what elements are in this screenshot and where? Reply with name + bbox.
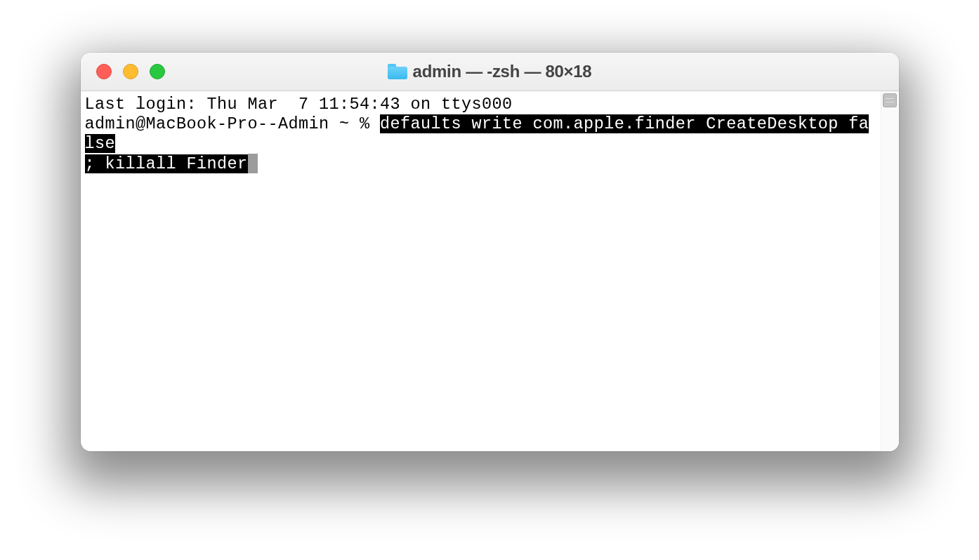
- prompt: admin@MacBook-Pro--Admin ~ %: [85, 114, 381, 133]
- terminal-body: Last login: Thu Mar 7 11:54:43 on ttys00…: [81, 91, 899, 451]
- traffic-lights: [96, 64, 165, 79]
- prompt-line: admin@MacBook-Pro--Admin ~ % defaults wr…: [85, 114, 876, 154]
- minimize-icon[interactable]: [123, 64, 138, 79]
- cursor: [248, 154, 258, 173]
- folder-icon: [388, 64, 407, 79]
- last-login-line: Last login: Thu Mar 7 11:54:43 on ttys00…: [85, 95, 876, 114]
- command-line-2: ; killall Finder: [85, 154, 876, 174]
- command-selected-2: ; killall Finder: [85, 154, 248, 173]
- maximize-icon[interactable]: [150, 64, 165, 79]
- window-titlebar[interactable]: admin — -zsh — 80×18: [81, 53, 899, 91]
- scroll-thumb-icon[interactable]: [883, 93, 897, 107]
- terminal-content[interactable]: Last login: Thu Mar 7 11:54:43 on ttys00…: [81, 91, 881, 451]
- window-title: admin — -zsh — 80×18: [413, 62, 592, 81]
- terminal-window: admin — -zsh — 80×18 Last login: Thu Mar…: [81, 53, 899, 451]
- close-icon[interactable]: [96, 64, 112, 79]
- scrollbar[interactable]: [881, 91, 899, 451]
- title-wrap: admin — -zsh — 80×18: [81, 62, 899, 81]
